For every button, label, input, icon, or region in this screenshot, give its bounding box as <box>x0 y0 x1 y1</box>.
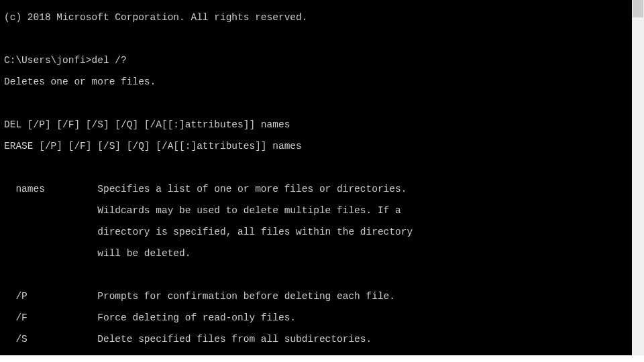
terminal-line: DEL [/P] [/F] [/S] [/Q] [/A[[:]attribute… <box>4 119 628 130</box>
terminal-line: /S Delete specified files from all subdi… <box>4 334 628 345</box>
terminal-line: will be deleted. <box>4 248 628 259</box>
terminal-line: (c) 2018 Microsoft Corporation. All righ… <box>4 12 628 23</box>
scrollbar-thumb[interactable] <box>633 0 643 17</box>
terminal-line: names Specifies a list of one or more fi… <box>4 184 628 194</box>
command-prompt-terminal[interactable]: (c) 2018 Microsoft Corporation. All righ… <box>0 0 632 355</box>
terminal-line <box>4 162 628 173</box>
terminal-line: Deletes one or more files. <box>4 76 628 87</box>
terminal-line: /P Prompts for confirmation before delet… <box>4 291 628 302</box>
terminal-line: Wildcards may be used to delete multiple… <box>4 205 628 216</box>
terminal-line: C:\Users\jonfi>del /? <box>4 55 628 66</box>
terminal-line: /F Force deleting of read-only files. <box>4 312 628 323</box>
vertical-scrollbar[interactable] <box>632 0 644 355</box>
terminal-line <box>4 98 628 109</box>
terminal-line <box>4 269 628 280</box>
terminal-line <box>4 34 628 44</box>
terminal-line: directory is specified, all files within… <box>4 227 628 237</box>
terminal-line: ERASE [/P] [/F] [/S] [/Q] [/A[[:]attribu… <box>4 141 628 152</box>
